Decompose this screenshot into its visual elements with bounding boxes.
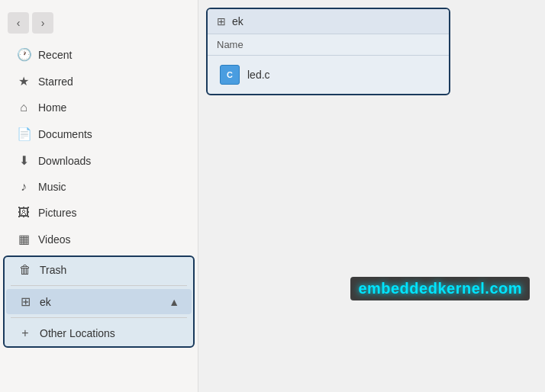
sidebar-label-documents: Documents — [38, 128, 92, 140]
sidebar-label-pictures: Pictures — [38, 207, 77, 219]
pictures-icon: 🖼 — [17, 206, 31, 220]
starred-icon: ★ — [17, 74, 31, 88]
trash-icon: 🗑 — [18, 263, 32, 277]
sidebar-label-home: Home — [38, 101, 66, 114]
back-button[interactable]: ‹ — [8, 12, 29, 34]
sidebar-label-recent: Recent — [38, 49, 72, 61]
panel-drive-icon: ⊞ — [217, 15, 226, 27]
forward-button[interactable]: › — [32, 12, 53, 34]
separator — [11, 285, 187, 286]
file-name-led-c: led.c — [247, 69, 270, 81]
documents-icon: 📄 — [17, 127, 31, 141]
sidebar-item-starred[interactable]: ★ Starred — [5, 69, 193, 94]
sidebar-item-home[interactable]: ⌂ Home — [5, 95, 193, 120]
name-column-header: Name — [208, 34, 449, 56]
recent-icon: 🕐 — [17, 47, 31, 62]
music-icon: ♪ — [17, 180, 31, 194]
downloads-icon: ⬇ — [17, 153, 31, 168]
file-panel: ⊞ ek Name C led.c — [206, 8, 450, 95]
file-panel-header: ⊞ ek — [208, 9, 449, 34]
file-manager: ‹ › 🕐 Recent ★ Starred ⌂ Home 📄 Document… — [0, 0, 545, 392]
sidebar-label-trash: Trash — [40, 264, 66, 276]
sidebar-label-music: Music — [38, 181, 66, 193]
sidebar-item-documents[interactable]: 📄 Documents — [5, 121, 193, 146]
sidebar-item-pictures[interactable]: 🖼 Pictures — [5, 201, 193, 225]
file-list: C led.c — [208, 56, 449, 94]
main-content: ⊞ ek Name C led.c embeddedkernel.com — [198, 0, 545, 392]
c-file-icon: C — [220, 65, 240, 85]
sidebar-label-other-locations: Other Locations — [40, 327, 115, 339]
back-icon: ‹ — [17, 17, 21, 29]
sidebar-item-ek[interactable]: ⊞ ek ▲ — [6, 289, 192, 314]
sidebar: ‹ › 🕐 Recent ★ Starred ⌂ Home 📄 Document… — [0, 0, 198, 392]
sidebar-item-downloads[interactable]: ⬇ Downloads — [5, 148, 193, 173]
watermark: embeddedkernel.com — [350, 277, 530, 300]
sidebar-item-trash[interactable]: 🗑 Trash — [6, 258, 192, 282]
other-locations-icon: + — [18, 326, 32, 340]
sidebar-item-music[interactable]: ♪ Music — [5, 175, 193, 199]
sidebar-label-downloads: Downloads — [38, 155, 91, 167]
nav-header: ‹ › — [0, 8, 198, 41]
ek-drive-icon: ⊞ — [18, 294, 32, 309]
forward-icon: › — [41, 17, 45, 29]
panel-title: ek — [232, 15, 243, 27]
separator2 — [11, 317, 187, 318]
sidebar-item-recent[interactable]: 🕐 Recent — [5, 42, 193, 67]
home-icon: ⌂ — [17, 101, 31, 114]
sidebar-item-videos[interactable]: ▦ Videos — [5, 227, 193, 252]
sidebar-item-other-locations[interactable]: + Other Locations — [6, 321, 192, 345]
sidebar-label-ek: ek — [40, 296, 51, 308]
sidebar-label-videos: Videos — [38, 233, 71, 246]
highlighted-section: 🗑 Trash ⊞ ek ▲ + Other Locations — [3, 255, 195, 348]
videos-icon: ▦ — [17, 232, 31, 246]
file-item-led-c[interactable]: C led.c — [214, 60, 443, 89]
eject-button[interactable]: ▲ — [169, 296, 179, 308]
sidebar-label-starred: Starred — [38, 76, 73, 88]
